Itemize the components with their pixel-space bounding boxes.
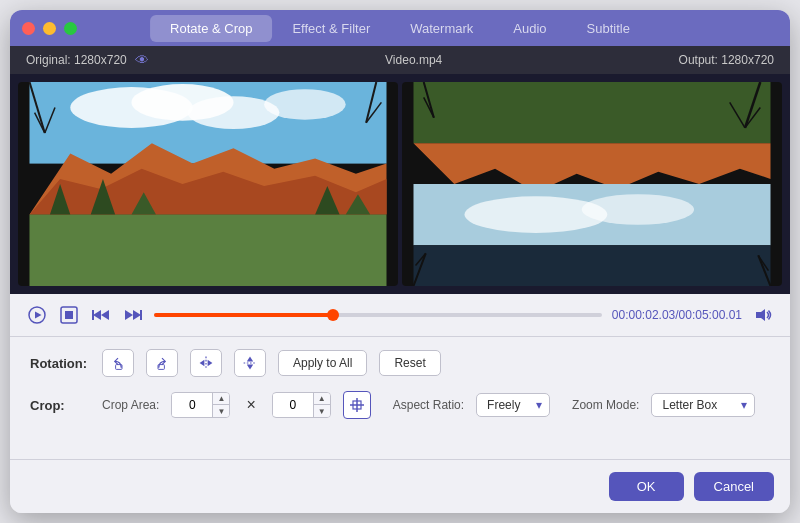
svg-marker-51	[247, 365, 253, 370]
original-label: Original: 1280x720	[26, 53, 127, 67]
minimize-button[interactable]	[43, 22, 56, 35]
play-button[interactable]	[26, 304, 48, 326]
output-label: Output: 1280x720	[679, 53, 774, 67]
crop-height-input[interactable]	[273, 394, 313, 416]
eye-icon[interactable]: 👁	[135, 52, 149, 68]
ok-button[interactable]: OK	[609, 472, 684, 501]
tab-audio[interactable]: Audio	[493, 15, 566, 42]
crop-height-down[interactable]: ▼	[314, 405, 330, 417]
svg-rect-7	[30, 215, 387, 286]
preview-bar-left: Original: 1280x720 👁	[26, 52, 149, 68]
preview-area	[10, 74, 790, 294]
volume-button[interactable]	[752, 304, 774, 326]
rotate-left-90-button[interactable]	[102, 349, 134, 377]
close-button[interactable]	[22, 22, 35, 35]
controls-bar: 00:00:02.03/00:05:00.01	[10, 294, 790, 337]
svg-marker-40	[125, 310, 133, 320]
crop-width-input[interactable]	[172, 394, 212, 416]
maximize-button[interactable]	[64, 22, 77, 35]
crop-label: Crop:	[30, 398, 90, 413]
svg-point-27	[582, 194, 694, 225]
svg-point-4	[264, 89, 346, 120]
progress-thumb	[327, 309, 339, 321]
svg-marker-41	[133, 310, 141, 320]
svg-rect-39	[92, 310, 94, 320]
crop-height-up[interactable]: ▲	[314, 393, 330, 405]
tab-bar: Rotate & Crop Effect & Filter Watermark …	[150, 15, 650, 42]
aspect-ratio-select-wrap: Freely 16:9 4:3 1:1 9:16	[476, 393, 550, 417]
time-total: 00:05:00.01	[679, 308, 742, 322]
time-current: 00:00:02.03	[612, 308, 675, 322]
rotate-right-90-button[interactable]	[146, 349, 178, 377]
tab-effect-filter[interactable]: Effect & Filter	[272, 15, 390, 42]
svg-rect-42	[140, 310, 142, 320]
svg-marker-47	[200, 360, 205, 366]
crop-width-field: ▲ ▼	[171, 392, 230, 418]
progress-fill	[154, 313, 333, 317]
output-video	[402, 82, 782, 286]
svg-marker-43	[756, 309, 765, 321]
controls-section: Rotation:	[10, 337, 790, 431]
zoom-mode-select[interactable]: Letter Box Pan & Scan Full	[651, 393, 755, 417]
crop-width-down[interactable]: ▼	[213, 405, 229, 417]
rotation-label: Rotation:	[30, 356, 90, 371]
crop-height-field: ▲ ▼	[272, 392, 331, 418]
crop-width-up[interactable]: ▲	[213, 393, 229, 405]
time-display: 00:00:02.03/00:05:00.01	[612, 308, 742, 322]
preview-bar: Original: 1280x720 👁 Video.mp4 Output: 1…	[10, 46, 790, 74]
titlebar: Rotate & Crop Effect & Filter Watermark …	[10, 10, 790, 46]
tab-watermark[interactable]: Watermark	[390, 15, 493, 42]
tab-rotate-crop[interactable]: Rotate & Crop	[150, 15, 272, 42]
progress-bar[interactable]	[154, 313, 602, 317]
reset-button[interactable]: Reset	[379, 350, 440, 376]
crop-height-spinners: ▲ ▼	[313, 393, 330, 417]
filename-label: Video.mp4	[385, 53, 442, 67]
skip-forward-button[interactable]	[122, 304, 144, 326]
svg-rect-28	[414, 245, 771, 286]
crop-area-label: Crop Area:	[102, 398, 159, 412]
svg-rect-18	[414, 82, 771, 143]
svg-marker-34	[35, 312, 42, 319]
output-video-frame	[402, 82, 782, 286]
stop-button[interactable]	[58, 304, 80, 326]
svg-marker-48	[208, 360, 213, 366]
aspect-ratio-label: Aspect Ratio:	[393, 398, 464, 412]
footer-bar: OK Cancel	[10, 459, 790, 513]
crop-row: Crop: Crop Area: ▲ ▼ × ▲ ▼	[30, 391, 770, 419]
svg-marker-50	[247, 357, 253, 362]
multiply-icon: ×	[246, 396, 255, 414]
svg-marker-38	[93, 310, 101, 320]
tab-subtitle[interactable]: Subtitle	[567, 15, 650, 42]
flip-horizontal-button[interactable]	[190, 349, 222, 377]
original-video-frame	[18, 82, 398, 286]
flip-vertical-button[interactable]	[234, 349, 266, 377]
crosshair-button[interactable]	[343, 391, 371, 419]
original-video	[18, 82, 398, 286]
aspect-ratio-select[interactable]: Freely 16:9 4:3 1:1 9:16	[476, 393, 550, 417]
rotation-row: Rotation:	[30, 349, 770, 377]
cancel-button[interactable]: Cancel	[694, 472, 774, 501]
zoom-mode-select-wrap: Letter Box Pan & Scan Full	[651, 393, 755, 417]
zoom-mode-label: Zoom Mode:	[572, 398, 639, 412]
svg-rect-36	[65, 311, 73, 319]
apply-to-all-button[interactable]: Apply to All	[278, 350, 367, 376]
skip-back-button[interactable]	[90, 304, 112, 326]
crop-width-spinners: ▲ ▼	[212, 393, 229, 417]
main-window: Rotate & Crop Effect & Filter Watermark …	[10, 10, 790, 513]
svg-marker-37	[101, 310, 109, 320]
